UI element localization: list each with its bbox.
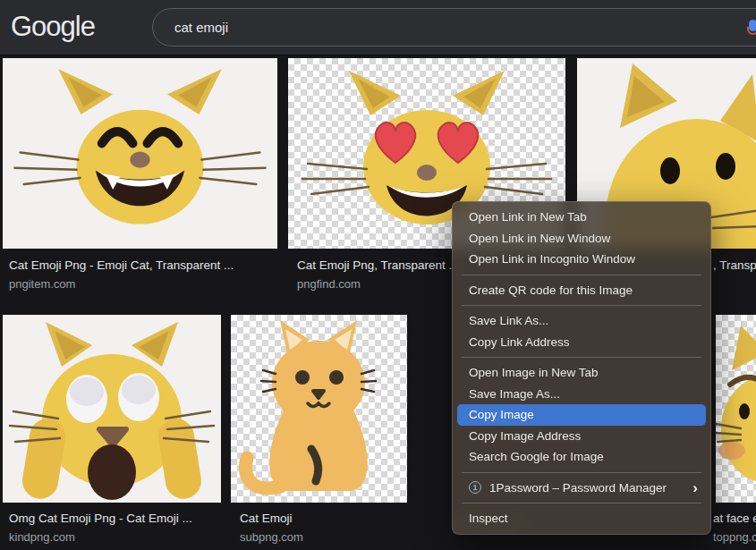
menu-separator: [462, 357, 701, 358]
menu-separator: [462, 472, 701, 473]
result-caption-fragment: at face e toppng.com: [713, 512, 756, 544]
pouting-cat-emoji-image: [716, 315, 756, 503]
google-images-dark-page: { "header": { "logo": "Google", "search"…: [0, 0, 756, 550]
result-caption: Cat Emoji Png - Emoji Cat, Transparent .…: [9, 258, 286, 291]
result-title[interactable]: , Transp: [713, 258, 756, 272]
menu-separator: [462, 275, 701, 275]
submenu-chevron-icon: ›: [692, 480, 698, 495]
weary-cat-emoji-image: [3, 315, 221, 503]
orange-cartoon-cat-image: [231, 315, 407, 503]
menu-item-save-image-as[interactable]: Save Image As...: [457, 384, 706, 405]
menu-item-inspect[interactable]: Inspect: [457, 508, 706, 529]
menu-item-open-link-new-window[interactable]: Open Link in New Window: [457, 228, 706, 250]
context-menu: Open Link in New Tab Open Link in New Wi…: [452, 201, 711, 535]
menu-item-save-link-as[interactable]: Save Link As...: [457, 310, 706, 332]
result-domain[interactable]: subpng.com: [240, 530, 401, 544]
1password-icon: 1: [469, 481, 481, 494]
google-logo[interactable]: Google: [11, 11, 95, 43]
image-result-weary-cat[interactable]: [3, 315, 221, 503]
result-title[interactable]: Cat Emoji: [240, 512, 401, 525]
result-title[interactable]: at face e: [713, 512, 756, 525]
top-search-bar: Google cat emoji: [0, 0, 756, 55]
result-caption: Cat Emoji subpng.com: [240, 512, 401, 544]
result-domain[interactable]: pngitem.com: [9, 277, 286, 291]
menu-item-open-link-new-tab[interactable]: Open Link in New Tab: [457, 207, 706, 228]
menu-item-copy-link-address[interactable]: Copy Link Address: [457, 332, 706, 353]
search-query-text: cat emoji: [174, 20, 228, 35]
menu-item-1password[interactable]: 1 1Password – Password Manager ›: [457, 478, 706, 499]
menu-separator: [462, 503, 701, 503]
menu-item-search-google-for-image[interactable]: Search Google for Image: [457, 446, 706, 468]
menu-item-open-link-incognito[interactable]: Open Link in Incognito Window: [457, 249, 706, 270]
microphone-icon[interactable]: [747, 20, 756, 37]
image-result-pouting-cat-cropped[interactable]: [716, 315, 756, 503]
image-result-grinning-cat[interactable]: [3, 58, 277, 249]
result-caption-fragment: , Transp: [713, 258, 756, 272]
menu-item-create-qr-code[interactable]: Create QR code for this Image: [457, 280, 706, 301]
menu-item-copy-image[interactable]: Copy Image: [457, 404, 706, 426]
result-domain[interactable]: toppng.com: [713, 530, 756, 544]
result-title[interactable]: Cat Emoji Png - Emoji Cat, Transparent .…: [9, 258, 286, 272]
search-input[interactable]: cat emoji: [152, 8, 756, 47]
image-result-orange-cat[interactable]: [231, 315, 407, 503]
menu-separator: [462, 305, 701, 306]
menu-item-open-image-new-tab[interactable]: Open Image in New Tab: [457, 362, 706, 384]
grinning-cat-emoji-image: [3, 58, 277, 249]
menu-item-copy-image-address[interactable]: Copy Image Address: [457, 426, 706, 447]
